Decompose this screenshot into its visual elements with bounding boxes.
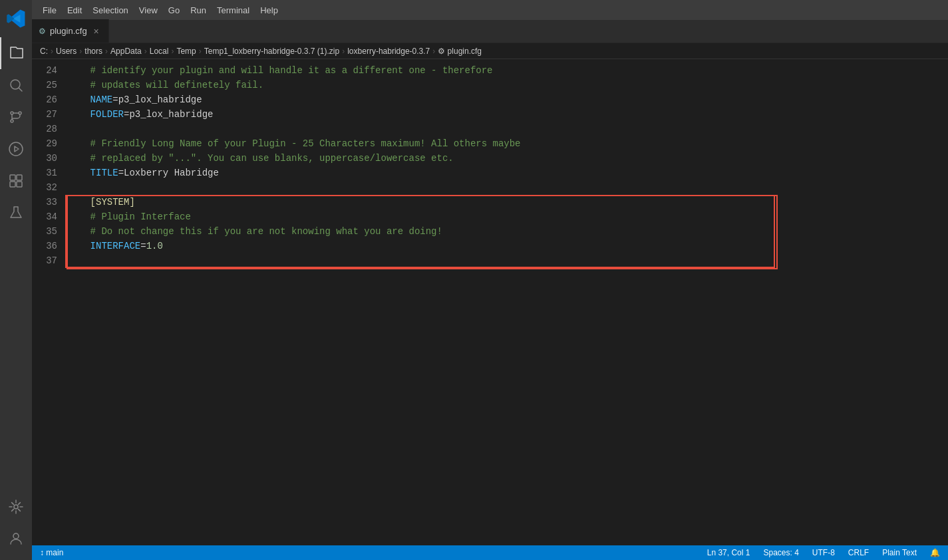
status-bar: ↕ main Ln 37, Col 1 Spaces: 4 UTF-8 CRLF… [32, 545, 948, 560]
status-bar-left: ↕ main [37, 548, 66, 557]
editor-area[interactable]: 24 25 26 27 28 29 30 31 32 33 34 35 36 3… [32, 59, 948, 539]
tab-file-icon: ⚙ [39, 27, 46, 36]
code-span-30: # replaced by "...". You can use blanks,… [68, 151, 454, 166]
line-num-28: 28 [32, 122, 57, 136]
sidebar-item-source-control[interactable] [0, 101, 32, 133]
menu-edit[interactable]: Edit [62, 0, 87, 20]
status-bar-right: Ln 37, Col 1 Spaces: 4 UTF-8 CRLF Plain … [705, 548, 943, 557]
status-ln-col[interactable]: Ln 37, Col 1 [705, 548, 753, 557]
svg-rect-7 [17, 182, 22, 187]
code-span-31-val: Loxberry Habridge [124, 166, 219, 180]
breadcrumb-thors[interactable]: thors [84, 47, 102, 56]
breadcrumb-users[interactable]: Users [56, 47, 77, 56]
code-span-35: # Do not change this if you are not know… [68, 224, 442, 239]
code-span-36-val: 1.0 [146, 239, 163, 253]
editor-scrollbar[interactable] [32, 539, 948, 545]
line-num-24: 24 [32, 63, 57, 78]
code-span-26-key: NAME [68, 92, 112, 107]
activity-bar-bottom [0, 491, 32, 560]
activity-bar [0, 0, 32, 560]
breadcrumb-file[interactable]: ⚙ plugin.cfg [438, 47, 482, 56]
line-num-31: 31 [32, 166, 57, 180]
code-span-26-val: p3_lox_habridge [118, 92, 202, 107]
line-num-29: 29 [32, 136, 57, 151]
code-span-27-eq: = [124, 107, 129, 122]
status-lang[interactable]: Plain Text [879, 548, 919, 557]
code-line-36: INTERFACE=1.0 [68, 239, 948, 253]
code-content[interactable]: # identify your plugin and will handle i… [65, 59, 948, 539]
status-spaces[interactable]: Spaces: 4 [760, 548, 801, 557]
line-num-25: 25 [32, 78, 57, 92]
svg-rect-5 [17, 175, 22, 180]
main-area: File Edit Selection View Go Run Terminal… [32, 0, 948, 560]
tab-label: plugin.cfg [50, 26, 87, 36]
line-num-36: 36 [32, 239, 57, 253]
activity-bar-top [0, 37, 32, 491]
breadcrumb-c[interactable]: C: [40, 47, 48, 56]
status-branch[interactable]: ↕ main [37, 548, 66, 557]
status-bell[interactable]: 🔔 [927, 548, 943, 557]
sidebar-item-testing[interactable] [0, 197, 32, 229]
code-span-27-key: FOLDER [68, 107, 124, 122]
breadcrumb-folder[interactable]: loxberry-habridge-0.3.7 [347, 47, 430, 56]
code-span-33: [SYSTEM] [68, 195, 135, 210]
line-num-26: 26 [32, 92, 57, 107]
code-span-25: # updates will definetely fail. [68, 78, 263, 92]
status-encoding[interactable]: UTF-8 [810, 548, 838, 557]
line-num-33: 33 [32, 195, 57, 210]
menu-go[interactable]: Go [163, 0, 185, 20]
code-line-31: TITLE=Loxberry Habridge [68, 166, 948, 180]
code-span-31-eq: = [118, 166, 124, 180]
code-span-29: # Friendly Long Name of your Plugin - 25… [68, 136, 521, 151]
vscode-logo[interactable] [0, 3, 32, 35]
svg-rect-4 [10, 175, 15, 180]
code-span-31-key: TITLE [68, 166, 118, 180]
tab-plugin-cfg[interactable]: ⚙ plugin.cfg × [32, 19, 109, 43]
sidebar-item-extensions[interactable] [0, 165, 32, 197]
menu-bar: File Edit Selection View Go Run Terminal… [32, 0, 948, 20]
menu-view[interactable]: View [134, 0, 163, 20]
svg-point-8 [14, 505, 18, 509]
line-num-27: 27 [32, 107, 57, 122]
menu-help[interactable]: Help [255, 0, 283, 20]
code-line-30: # replaced by "...". You can use blanks,… [68, 151, 948, 166]
line-num-32: 32 [32, 180, 57, 195]
line-numbers: 24 25 26 27 28 29 30 31 32 33 34 35 36 3… [32, 59, 65, 539]
svg-rect-6 [10, 182, 15, 187]
code-line-37 [68, 253, 948, 268]
line-num-37: 37 [32, 253, 57, 268]
status-eol[interactable]: CRLF [846, 548, 871, 557]
sidebar-item-search[interactable] [0, 69, 32, 101]
code-line-25: # updates will definetely fail. [68, 78, 948, 92]
code-line-33: [SYSTEM] [68, 195, 948, 210]
menu-file[interactable]: File [37, 0, 62, 20]
code-line-29: # Friendly Long Name of your Plugin - 25… [68, 136, 948, 151]
tab-close-button[interactable]: × [91, 26, 102, 37]
menu-terminal[interactable]: Terminal [212, 0, 255, 20]
breadcrumb-zip[interactable]: Temp1_loxberry-habridge-0.3.7 (1).zip [204, 47, 339, 56]
menu-selection[interactable]: Selection [87, 0, 133, 20]
code-span-27-val: p3_lox_habridge [129, 107, 213, 122]
line-num-35: 35 [32, 224, 57, 239]
sidebar-item-run[interactable] [0, 133, 32, 165]
tab-bar: ⚙ plugin.cfg × [32, 20, 948, 43]
code-line-35: # Do not change this if you are not know… [68, 224, 948, 239]
sidebar-item-accounts[interactable] [0, 523, 32, 555]
code-span-24: # identify your plugin and will handle i… [68, 63, 493, 78]
line-num-34: 34 [32, 210, 57, 224]
code-span-36-key: INTERFACE [68, 239, 140, 253]
menu-run[interactable]: Run [185, 0, 212, 20]
svg-point-9 [13, 533, 19, 539]
sidebar-item-remote[interactable] [0, 491, 32, 523]
code-span-34: # Plugin Interface [68, 210, 191, 224]
sidebar-item-explorer[interactable] [0, 37, 32, 69]
breadcrumb: C: › Users › thors › AppData › Local › T… [32, 43, 948, 59]
breadcrumb-temp[interactable]: Temp [176, 47, 196, 56]
code-line-27: FOLDER=p3_lox_habridge [68, 107, 948, 122]
breadcrumb-local[interactable]: Local [150, 47, 169, 56]
code-span-36-eq: = [140, 239, 146, 253]
breadcrumb-appdata[interactable]: AppData [110, 47, 142, 56]
code-line-28 [68, 122, 948, 136]
code-span-26-eq: = [112, 92, 118, 107]
code-line-34: # Plugin Interface [68, 210, 948, 224]
